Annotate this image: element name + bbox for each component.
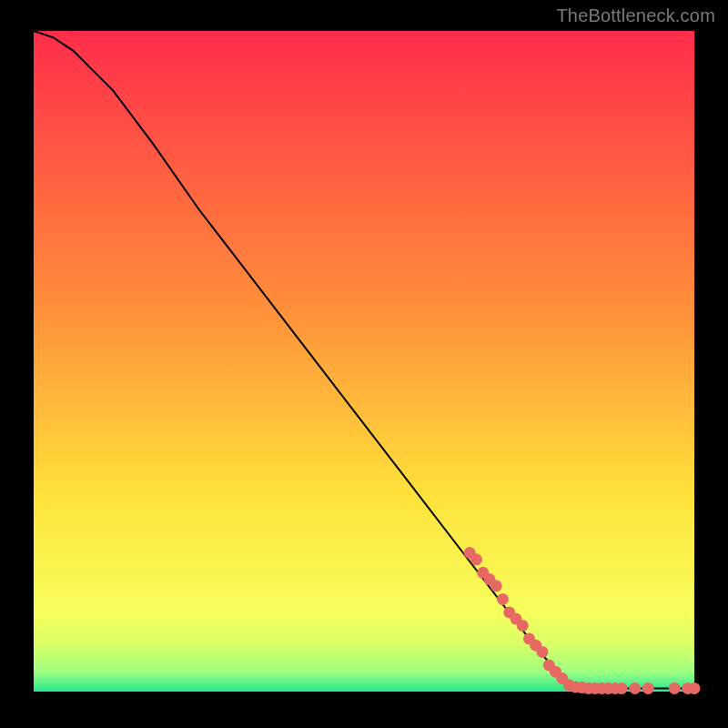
data-marker xyxy=(517,620,529,632)
plot-background xyxy=(34,31,694,692)
data-marker xyxy=(669,682,681,694)
data-marker xyxy=(470,553,482,565)
chart-svg xyxy=(0,0,728,728)
data-marker xyxy=(497,593,509,605)
data-marker xyxy=(642,682,654,694)
chart-container: { "attribution": "TheBottleneck.com", "c… xyxy=(0,0,728,728)
data-marker xyxy=(689,682,701,694)
data-marker xyxy=(490,580,502,592)
data-marker xyxy=(537,646,549,658)
data-marker xyxy=(629,682,641,694)
attribution-label: TheBottleneck.com xyxy=(556,5,715,26)
data-marker xyxy=(616,682,628,694)
